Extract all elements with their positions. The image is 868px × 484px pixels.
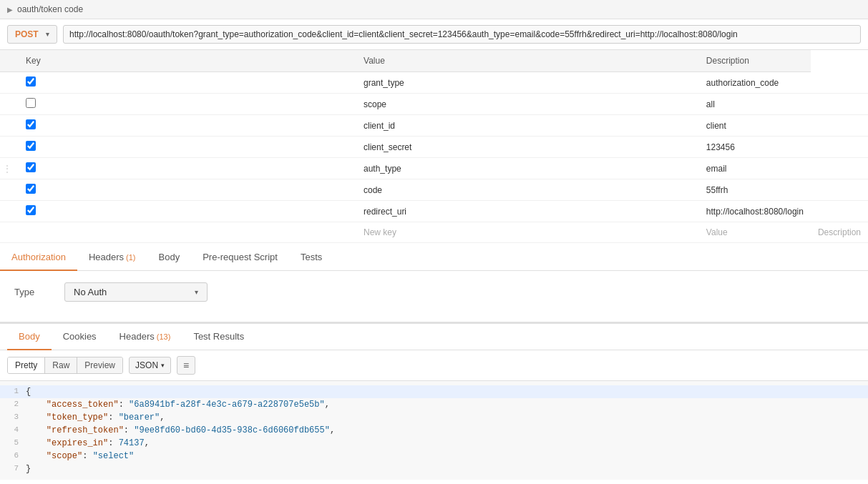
response-toolbar: Pretty Raw Preview JSON ▾ ≡ [0,350,868,381]
line-number: 2 [0,400,26,410]
col-header-key: Key [19,50,356,72]
param-description [811,179,868,201]
param-value: all [699,94,811,115]
param-value: 55ffrh [699,179,811,201]
param-description [811,72,868,94]
resp-tab-cookies[interactable]: Cookies [52,324,108,350]
param-description [811,94,868,115]
new-param-row: New key Value Description [0,222,868,243]
json-line: 4 "refresh_token": "9ee8fd60-bd60-4d35-9… [0,424,868,437]
line-number: 6 [0,451,26,461]
line-number: 7 [0,464,26,474]
param-key: code [356,179,699,201]
param-key: grant_type [356,72,699,94]
param-checkbox[interactable] [26,141,36,151]
response-tabs: BodyCookiesHeaders (13)Test Results [0,324,868,350]
req-tab-pre-request-script[interactable]: Pre-request Script [191,245,289,271]
param-checkbox[interactable] [26,98,36,108]
table-row: code55ffrh [0,179,868,201]
chevron-right-icon: ▶ [7,6,13,14]
json-line: 1{ [0,385,868,398]
col-header-description: Description [699,50,811,72]
new-key-placeholder[interactable]: New key [356,222,699,243]
auth-type-row: Type No Auth ▾ [14,282,854,302]
method-label: POST [15,29,39,39]
url-bar: POST ▾ [0,19,868,50]
view-pretty-button[interactable]: Pretty [8,357,45,373]
view-raw-button[interactable]: Raw [45,357,77,373]
req-tab-tests[interactable]: Tests [289,245,333,271]
param-description [811,115,868,137]
req-tab-authorization[interactable]: Authorization [0,245,77,271]
param-key: client_secret [356,137,699,158]
response-section: BodyCookiesHeaders (13)Test Results Pret… [0,322,868,480]
auth-type-label: Type [14,287,50,297]
auth-type-select[interactable]: No Auth ▾ [64,282,208,302]
table-row: grant_typeauthorization_code [0,72,868,94]
table-row: scopeall [0,94,868,115]
param-checkbox[interactable] [26,205,36,215]
param-key: auth_type [356,158,699,179]
req-tab-body[interactable]: Body [147,245,192,271]
param-checkbox[interactable] [26,184,36,194]
line-content: } [26,464,31,474]
line-content: "access_token": "6a8941bf-a28f-4e3c-a679… [26,400,330,410]
resp-tab-body[interactable]: Body [7,324,52,350]
params-section: Key Value Description grant_typeauthoriz… [0,50,868,243]
col-header-value: Value [356,50,699,72]
param-key: client_id [356,115,699,137]
json-line: 6 "scope": "select" [0,450,868,463]
json-line: 5 "expires_in": 74137, [0,437,868,450]
request-tabs: AuthorizationHeaders (1)BodyPre-request … [0,245,868,271]
params-table: Key Value Description grant_typeauthoriz… [0,50,868,243]
wrap-lines-button[interactable]: ≡ [177,356,195,375]
view-btn-group: Pretty Raw Preview [7,357,123,374]
auth-select-chevron-icon: ▾ [195,288,198,296]
view-preview-button[interactable]: Preview [77,357,122,373]
param-value: email [699,158,811,179]
param-key: redirect_uri [356,201,699,222]
tab-badge: (1) [124,253,136,262]
new-value-placeholder[interactable]: Value [699,222,811,243]
url-input[interactable] [63,25,861,44]
line-content: { [26,387,31,397]
format-chevron-icon: ▾ [161,362,165,369]
param-checkbox[interactable] [26,119,36,129]
auth-type-value: No Auth [74,287,107,297]
param-value: authorization_code [699,72,811,94]
param-value: http://localhost:8080/login [699,201,811,222]
param-value: 123456 [699,137,811,158]
json-line: 3 "token_type": "bearer", [0,411,868,424]
format-label: JSON [135,360,158,370]
req-tab-headers[interactable]: Headers (1) [77,245,147,271]
auth-section: Type No Auth ▾ [0,271,868,319]
request-title-bar: ▶ oauth/token code [0,0,868,19]
param-description [811,137,868,158]
new-desc-placeholder: Description [811,222,868,243]
line-content: "scope": "select" [26,451,134,461]
request-title: oauth/token code [17,4,83,14]
json-response-area: 1{2 "access_token": "6a8941bf-a28f-4e3c-… [0,381,868,480]
param-description [811,201,868,222]
line-number: 3 [0,413,26,423]
drag-handle-icon[interactable]: ⋮ [0,158,19,179]
resp-tab-headers[interactable]: Headers (13) [108,324,182,350]
line-number: 1 [0,387,26,397]
table-row: client_secret123456 [0,137,868,158]
json-line: 7} [0,463,868,475]
line-content: "refresh_token": "9ee8fd60-bd60-4d35-938… [26,425,335,435]
line-content: "expires_in": 74137, [26,438,150,448]
method-chevron-icon: ▾ [46,31,49,38]
resp-tab-badge: (13) [155,332,171,341]
method-button[interactable]: POST ▾ [7,25,57,44]
table-row: redirect_urihttp://localhost:8080/login [0,201,868,222]
line-content: "token_type": "bearer", [26,413,165,423]
line-number: 5 [0,438,26,448]
param-description [811,158,868,179]
param-checkbox[interactable] [26,162,36,172]
json-line: 2 "access_token": "6a8941bf-a28f-4e3c-a6… [0,398,868,411]
table-row: client_idclient [0,115,868,137]
resp-tab-test-results[interactable]: Test Results [182,324,255,350]
format-select[interactable]: JSON ▾ [129,357,171,374]
param-checkbox[interactable] [26,76,36,87]
